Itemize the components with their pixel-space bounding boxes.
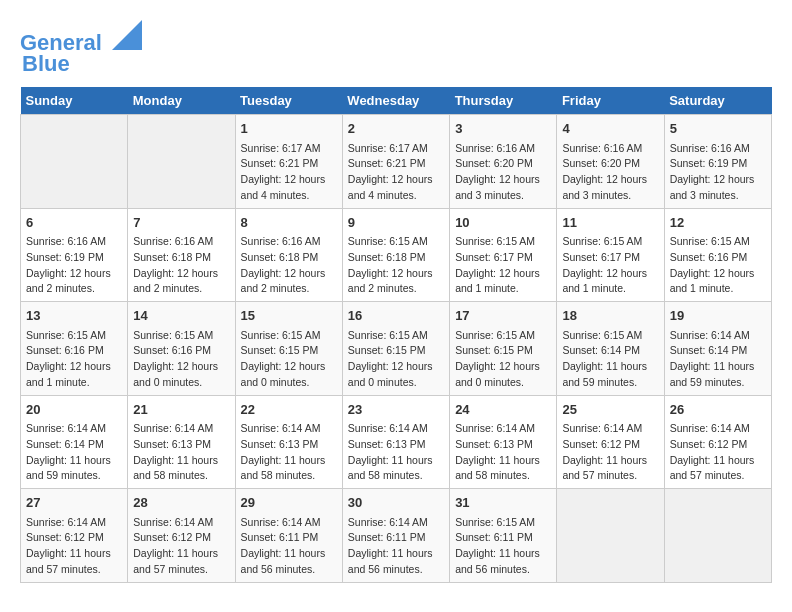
calendar-week-5: 27 Sunrise: 6:14 AM Sunset: 6:12 PM Dayl… — [21, 489, 772, 583]
logo: General Blue — [20, 20, 142, 77]
day-number: 23 — [348, 400, 444, 420]
cell-detail: Sunrise: 6:14 AM Sunset: 6:14 PM Dayligh… — [26, 421, 122, 484]
cell-detail: Sunrise: 6:14 AM Sunset: 6:11 PM Dayligh… — [241, 515, 337, 578]
cell-detail: Sunrise: 6:16 AM Sunset: 6:18 PM Dayligh… — [241, 234, 337, 297]
cell-detail: Sunrise: 6:16 AM Sunset: 6:20 PM Dayligh… — [562, 141, 658, 204]
day-number: 24 — [455, 400, 551, 420]
calendar-cell: 4 Sunrise: 6:16 AM Sunset: 6:20 PM Dayli… — [557, 115, 664, 209]
day-number: 9 — [348, 213, 444, 233]
calendar-cell: 16 Sunrise: 6:15 AM Sunset: 6:15 PM Dayl… — [342, 302, 449, 396]
calendar-cell: 5 Sunrise: 6:16 AM Sunset: 6:19 PM Dayli… — [664, 115, 771, 209]
day-number: 15 — [241, 306, 337, 326]
calendar-cell: 7 Sunrise: 6:16 AM Sunset: 6:18 PM Dayli… — [128, 208, 235, 302]
day-number: 6 — [26, 213, 122, 233]
cell-detail: Sunrise: 6:16 AM Sunset: 6:19 PM Dayligh… — [670, 141, 766, 204]
day-number: 12 — [670, 213, 766, 233]
day-number: 18 — [562, 306, 658, 326]
calendar-cell: 1 Sunrise: 6:17 AM Sunset: 6:21 PM Dayli… — [235, 115, 342, 209]
cell-detail: Sunrise: 6:14 AM Sunset: 6:14 PM Dayligh… — [670, 328, 766, 391]
calendar-cell: 21 Sunrise: 6:14 AM Sunset: 6:13 PM Dayl… — [128, 395, 235, 489]
day-number: 30 — [348, 493, 444, 513]
day-number: 25 — [562, 400, 658, 420]
calendar-cell — [128, 115, 235, 209]
day-number: 1 — [241, 119, 337, 139]
day-number: 19 — [670, 306, 766, 326]
calendar-cell: 3 Sunrise: 6:16 AM Sunset: 6:20 PM Dayli… — [450, 115, 557, 209]
day-number: 11 — [562, 213, 658, 233]
column-header-thursday: Thursday — [450, 87, 557, 115]
calendar-cell: 26 Sunrise: 6:14 AM Sunset: 6:12 PM Dayl… — [664, 395, 771, 489]
cell-detail: Sunrise: 6:14 AM Sunset: 6:12 PM Dayligh… — [133, 515, 229, 578]
cell-detail: Sunrise: 6:15 AM Sunset: 6:11 PM Dayligh… — [455, 515, 551, 578]
page-header: General Blue — [20, 20, 772, 77]
day-number: 20 — [26, 400, 122, 420]
day-number: 14 — [133, 306, 229, 326]
day-number: 7 — [133, 213, 229, 233]
calendar-cell: 18 Sunrise: 6:15 AM Sunset: 6:14 PM Dayl… — [557, 302, 664, 396]
column-header-monday: Monday — [128, 87, 235, 115]
column-header-tuesday: Tuesday — [235, 87, 342, 115]
calendar-week-1: 1 Sunrise: 6:17 AM Sunset: 6:21 PM Dayli… — [21, 115, 772, 209]
day-number: 13 — [26, 306, 122, 326]
calendar-cell: 6 Sunrise: 6:16 AM Sunset: 6:19 PM Dayli… — [21, 208, 128, 302]
calendar-cell: 30 Sunrise: 6:14 AM Sunset: 6:11 PM Dayl… — [342, 489, 449, 583]
calendar-cell: 17 Sunrise: 6:15 AM Sunset: 6:15 PM Dayl… — [450, 302, 557, 396]
day-number: 3 — [455, 119, 551, 139]
cell-detail: Sunrise: 6:15 AM Sunset: 6:17 PM Dayligh… — [562, 234, 658, 297]
day-number: 27 — [26, 493, 122, 513]
cell-detail: Sunrise: 6:15 AM Sunset: 6:16 PM Dayligh… — [670, 234, 766, 297]
cell-detail: Sunrise: 6:17 AM Sunset: 6:21 PM Dayligh… — [348, 141, 444, 204]
svg-marker-0 — [112, 20, 142, 50]
day-number: 31 — [455, 493, 551, 513]
calendar-cell: 9 Sunrise: 6:15 AM Sunset: 6:18 PM Dayli… — [342, 208, 449, 302]
column-header-sunday: Sunday — [21, 87, 128, 115]
day-number: 17 — [455, 306, 551, 326]
day-number: 2 — [348, 119, 444, 139]
column-header-wednesday: Wednesday — [342, 87, 449, 115]
cell-detail: Sunrise: 6:15 AM Sunset: 6:18 PM Dayligh… — [348, 234, 444, 297]
calendar-cell: 27 Sunrise: 6:14 AM Sunset: 6:12 PM Dayl… — [21, 489, 128, 583]
cell-detail: Sunrise: 6:15 AM Sunset: 6:14 PM Dayligh… — [562, 328, 658, 391]
cell-detail: Sunrise: 6:14 AM Sunset: 6:13 PM Dayligh… — [133, 421, 229, 484]
logo-text: General — [20, 20, 142, 55]
calendar-cell — [664, 489, 771, 583]
day-number: 5 — [670, 119, 766, 139]
cell-detail: Sunrise: 6:15 AM Sunset: 6:15 PM Dayligh… — [241, 328, 337, 391]
calendar-cell: 10 Sunrise: 6:15 AM Sunset: 6:17 PM Dayl… — [450, 208, 557, 302]
calendar-cell: 31 Sunrise: 6:15 AM Sunset: 6:11 PM Dayl… — [450, 489, 557, 583]
calendar-cell: 11 Sunrise: 6:15 AM Sunset: 6:17 PM Dayl… — [557, 208, 664, 302]
calendar-cell: 8 Sunrise: 6:16 AM Sunset: 6:18 PM Dayli… — [235, 208, 342, 302]
calendar-cell: 25 Sunrise: 6:14 AM Sunset: 6:12 PM Dayl… — [557, 395, 664, 489]
day-number: 4 — [562, 119, 658, 139]
calendar-cell: 15 Sunrise: 6:15 AM Sunset: 6:15 PM Dayl… — [235, 302, 342, 396]
cell-detail: Sunrise: 6:14 AM Sunset: 6:11 PM Dayligh… — [348, 515, 444, 578]
day-number: 22 — [241, 400, 337, 420]
cell-detail: Sunrise: 6:15 AM Sunset: 6:15 PM Dayligh… — [455, 328, 551, 391]
cell-detail: Sunrise: 6:15 AM Sunset: 6:17 PM Dayligh… — [455, 234, 551, 297]
calendar-week-3: 13 Sunrise: 6:15 AM Sunset: 6:16 PM Dayl… — [21, 302, 772, 396]
cell-detail: Sunrise: 6:15 AM Sunset: 6:15 PM Dayligh… — [348, 328, 444, 391]
calendar-cell: 2 Sunrise: 6:17 AM Sunset: 6:21 PM Dayli… — [342, 115, 449, 209]
calendar-cell: 19 Sunrise: 6:14 AM Sunset: 6:14 PM Dayl… — [664, 302, 771, 396]
calendar-week-4: 20 Sunrise: 6:14 AM Sunset: 6:14 PM Dayl… — [21, 395, 772, 489]
day-number: 21 — [133, 400, 229, 420]
calendar-cell: 12 Sunrise: 6:15 AM Sunset: 6:16 PM Dayl… — [664, 208, 771, 302]
day-number: 26 — [670, 400, 766, 420]
calendar-cell: 28 Sunrise: 6:14 AM Sunset: 6:12 PM Dayl… — [128, 489, 235, 583]
day-number: 29 — [241, 493, 337, 513]
cell-detail: Sunrise: 6:16 AM Sunset: 6:20 PM Dayligh… — [455, 141, 551, 204]
calendar-cell: 13 Sunrise: 6:15 AM Sunset: 6:16 PM Dayl… — [21, 302, 128, 396]
cell-detail: Sunrise: 6:15 AM Sunset: 6:16 PM Dayligh… — [26, 328, 122, 391]
calendar-week-2: 6 Sunrise: 6:16 AM Sunset: 6:19 PM Dayli… — [21, 208, 772, 302]
cell-detail: Sunrise: 6:14 AM Sunset: 6:12 PM Dayligh… — [562, 421, 658, 484]
day-number: 28 — [133, 493, 229, 513]
column-header-friday: Friday — [557, 87, 664, 115]
cell-detail: Sunrise: 6:14 AM Sunset: 6:13 PM Dayligh… — [241, 421, 337, 484]
calendar-table: SundayMondayTuesdayWednesdayThursdayFrid… — [20, 87, 772, 583]
cell-detail: Sunrise: 6:16 AM Sunset: 6:19 PM Dayligh… — [26, 234, 122, 297]
cell-detail: Sunrise: 6:15 AM Sunset: 6:16 PM Dayligh… — [133, 328, 229, 391]
cell-detail: Sunrise: 6:17 AM Sunset: 6:21 PM Dayligh… — [241, 141, 337, 204]
day-number: 16 — [348, 306, 444, 326]
calendar-cell: 22 Sunrise: 6:14 AM Sunset: 6:13 PM Dayl… — [235, 395, 342, 489]
day-number: 8 — [241, 213, 337, 233]
